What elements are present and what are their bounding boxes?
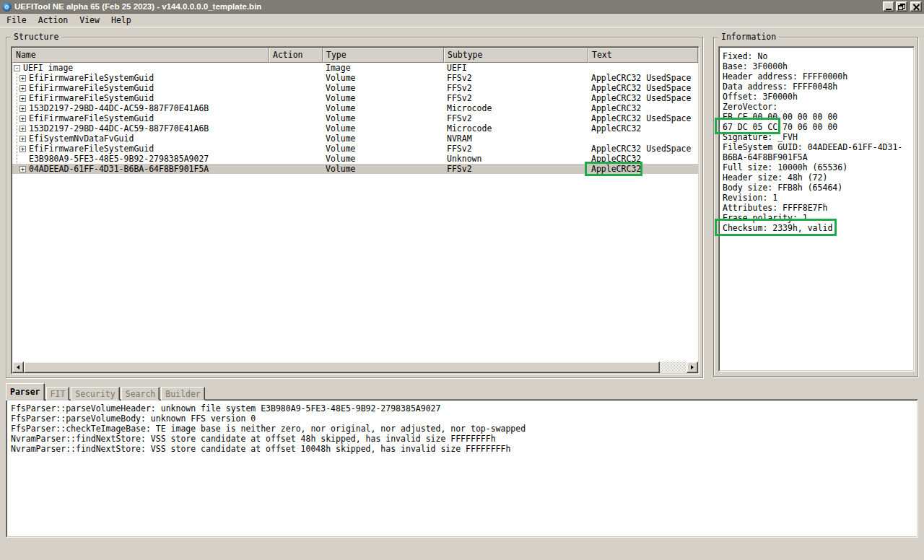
row-type: Volume <box>323 103 444 113</box>
log-line: FfsParser::parseVolumeHeader: unknown fi… <box>11 403 917 414</box>
row-type: Volume <box>323 123 444 134</box>
row-indent <box>14 169 19 170</box>
row-action <box>269 113 323 123</box>
expander-icon[interactable]: + <box>19 95 26 102</box>
parser-log-lines: FfsParser::parseVolumeHeader: unknown fi… <box>7 401 917 454</box>
row-name: E3B980A9-5FE3-48E5-9B92-2798385A9027 <box>29 154 209 164</box>
menu-item-help[interactable]: Help <box>105 14 137 26</box>
app-icon: ⚙ <box>2 2 12 12</box>
row-name: EfiFirmwareFileSystemGuid <box>29 113 154 123</box>
table-row[interactable]: +EfiFirmwareFileSystemGuid Volume FFSv2 … <box>12 93 698 103</box>
information-line: Offset: 3F0000h <box>723 92 913 102</box>
menu-item-action[interactable]: Action <box>32 14 74 26</box>
table-row[interactable]: +EfiFirmwareFileSystemGuid Volume FFSv2 … <box>12 113 698 123</box>
information-line: Header size: 48h (72) <box>723 172 913 183</box>
expander-icon[interactable]: - <box>14 65 20 71</box>
row-text: AppleCRC32 UsedSpace <box>588 93 698 103</box>
row-name: 04ADEEAD-61FF-4D31-B6BA-64F8BF901F5A <box>29 164 209 174</box>
arrow-right-icon <box>691 365 696 369</box>
row-subtype: FFSv2 <box>444 144 588 154</box>
row-name: EfiFirmwareFileSystemGuid <box>29 83 154 93</box>
information-line: Header address: FFFF0000h <box>723 71 913 82</box>
table-row[interactable]: +EfiFirmwareFileSystemGuid Volume FFSv2 … <box>12 144 698 154</box>
structure-group-label: Structure <box>11 32 61 42</box>
row-action <box>269 144 323 154</box>
parser-log-panel: FfsParser::parseVolumeHeader: unknown fi… <box>6 399 918 538</box>
tab-security[interactable]: Security <box>71 387 119 401</box>
information-line: ZeroVector: <box>723 102 913 112</box>
table-row[interactable]: +EfiFirmwareFileSystemGuid Volume FFSv2 … <box>12 83 698 93</box>
log-line: NvramParser::findNextStore: VSS store ca… <box>11 434 917 444</box>
scroll-left-button[interactable] <box>12 362 24 373</box>
row-action <box>269 134 323 144</box>
row-name: EfiSystemNvDataFvGuid <box>29 134 134 144</box>
scrollbar-thumb[interactable] <box>24 362 660 373</box>
row-text: AppleCRC32 <box>588 103 698 113</box>
information-lines: Fixed: NoBase: 3F0000hHeader address: FF… <box>720 48 913 233</box>
expander-icon[interactable]: + <box>19 75 26 82</box>
scroll-right-button[interactable] <box>687 362 698 373</box>
menu-item-file[interactable]: File <box>1 14 32 26</box>
close-icon <box>913 4 920 10</box>
close-button[interactable] <box>910 1 922 12</box>
row-action <box>269 123 323 134</box>
information-line: FileSystem GUID: 04ADEEAD-61FF-4D31- <box>723 142 913 152</box>
row-action <box>269 83 323 93</box>
column-header-type[interactable]: Type <box>323 48 444 63</box>
tab-bar: ParserFITSecuritySearchBuilder <box>6 383 206 401</box>
row-subtype: UEFI <box>444 63 588 73</box>
row-text: AppleCRC32 UsedSpace <box>588 83 698 93</box>
row-action <box>269 73 323 83</box>
row-text: AppleCRC32 UsedSpace <box>588 113 698 123</box>
expander-icon[interactable]: + <box>19 85 26 92</box>
row-indent <box>14 139 19 139</box>
horizontal-scrollbar[interactable] <box>12 362 698 373</box>
annotation-box-checksum <box>715 219 837 236</box>
row-type: Volume <box>323 73 444 83</box>
column-header-name[interactable]: Name <box>12 48 269 63</box>
annotation-box-zerovector-bytes <box>715 118 780 134</box>
row-indent <box>14 108 19 109</box>
expander-icon[interactable]: + <box>19 115 26 122</box>
window-title: UEFITool NE alpha 65 (Feb 25 2023) - v14… <box>14 2 261 11</box>
row-text: AppleCRC32 UsedSpace <box>588 144 698 154</box>
row-indent <box>14 88 19 89</box>
tab-parser[interactable]: Parser <box>6 383 45 401</box>
minimize-icon <box>886 9 892 10</box>
title-bar[interactable]: ⚙ UEFITool NE alpha 65 (Feb 25 2023) - v… <box>0 0 924 14</box>
expander-icon[interactable]: + <box>19 136 26 142</box>
minimize-button[interactable] <box>883 1 894 12</box>
menu-item-view[interactable]: View <box>74 14 105 26</box>
row-text <box>588 63 698 73</box>
tab-builder[interactable]: Builder <box>161 387 204 401</box>
column-header-text[interactable]: Text <box>588 48 698 63</box>
information-line: Body size: FFB8h (65464) <box>723 183 913 193</box>
information-line: B6BA-64F8BF901F5A <box>723 152 913 162</box>
row-indent <box>14 149 19 149</box>
table-row[interactable]: +EfiFirmwareFileSystemGuid Volume FFSv2 … <box>12 73 698 83</box>
table-row[interactable]: +153D2197-29BD-44DC-AC59-887F70E41A6B Vo… <box>12 103 698 113</box>
row-indent <box>14 128 19 129</box>
window-controls <box>881 1 924 12</box>
expander-icon[interactable]: + <box>19 126 26 132</box>
column-header-action[interactable]: Action <box>269 48 323 63</box>
row-subtype: FFSv2 <box>444 164 588 174</box>
expander-icon[interactable]: + <box>19 146 26 152</box>
row-type: Volume <box>323 144 444 154</box>
table-row[interactable]: +153D2197-29BD-44DC-AC59-887F70E41A6B Vo… <box>12 123 698 134</box>
restore-icon <box>898 4 905 10</box>
table-row[interactable]: +EfiSystemNvDataFvGuid Volume NVRAM <box>12 134 698 144</box>
row-indent <box>14 78 19 79</box>
tab-fit[interactable]: FIT <box>46 387 70 401</box>
structure-tree-panel: NameActionTypeSubtypeText -UEFI image Im… <box>11 46 699 375</box>
arrow-left-icon <box>14 365 19 369</box>
expander-icon[interactable]: + <box>19 166 26 172</box>
table-row[interactable]: -UEFI image Image UEFI <box>12 63 698 73</box>
column-header-subtype[interactable]: Subtype <box>444 48 588 63</box>
information-group-label: Information <box>718 32 779 42</box>
row-subtype: FFSv2 <box>444 83 588 93</box>
expander-icon[interactable]: + <box>19 105 26 112</box>
row-type: Volume <box>323 154 444 164</box>
restore-button[interactable] <box>896 1 907 12</box>
tab-search[interactable]: Search <box>121 387 160 401</box>
